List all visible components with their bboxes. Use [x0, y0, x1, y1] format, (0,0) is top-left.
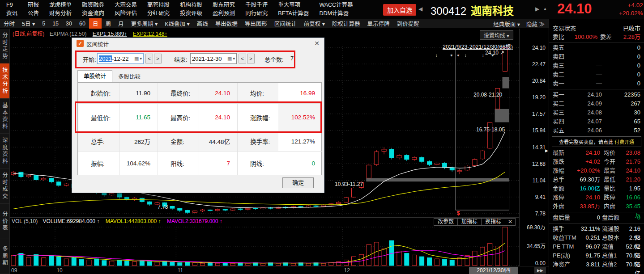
- sidebar-tab[interactable]: 分时成交: [0, 169, 9, 204]
- indicator-button[interactable]: 加指标: [458, 219, 482, 225]
- menu-item[interactable]: 投资评级: [180, 10, 202, 17]
- calendar-icon[interactable]: ▦: [227, 56, 232, 62]
- end-next-button[interactable]: >: [247, 54, 255, 63]
- start-date-input[interactable]: 2021-12-22 ▦ ▾: [97, 53, 144, 64]
- menu-item[interactable]: 资金流向: [82, 10, 104, 17]
- menu-item[interactable]: 大宗交易: [115, 1, 137, 8]
- panel-expander-icon[interactable]: ▶: [545, 148, 548, 153]
- menu-item[interactable]: 机构持股: [180, 1, 202, 8]
- toolbar-item[interactable]: 60: [76, 20, 89, 28]
- sidebar-tab[interactable]: 分价表: [0, 204, 9, 239]
- close-icon[interactable]: ✕: [314, 40, 320, 47]
- stat-value: 70.56亿: [624, 260, 640, 274]
- menu-item[interactable]: F9: [6, 1, 17, 8]
- pay-unlock-link[interactable]: 付费开通: [614, 139, 634, 145]
- stats-table: 起始价:11.90最终价:24.10均价:16.99最低价:11.65最高价:2…: [77, 82, 322, 175]
- chevron-down-icon[interactable]: ▾: [233, 56, 235, 61]
- menu-item[interactable]: 研报: [28, 1, 39, 8]
- add-watchlist-button[interactable]: 加入自选: [383, 4, 416, 16]
- stats-cell: 换手率:: [237, 131, 278, 151]
- menu-item[interactable]: 千股千评: [245, 1, 268, 8]
- toolbar-item[interactable]: 区间统计: [271, 18, 300, 29]
- menu-item[interactable]: DDM计算器: [319, 10, 353, 17]
- menu-item[interactable]: 资讯: [6, 10, 17, 17]
- dialog-title: 区间统计: [86, 40, 109, 48]
- menu-item[interactable]: 盈利预测: [213, 10, 235, 17]
- menu-item[interactable]: 风险评估: [115, 10, 137, 17]
- menu-column: 龙虎榜单 财务分析: [49, 1, 72, 17]
- indicator-button[interactable]: ✕: [505, 219, 515, 225]
- toolbar-item[interactable]: 显示停牌: [364, 18, 393, 29]
- toolbar-item[interactable]: 更多周期 ▾: [127, 18, 161, 29]
- menu-item[interactable]: 公告: [28, 10, 39, 17]
- volume-tick: 69.30万: [520, 223, 546, 231]
- sidebar-tab[interactable]: 分时走势: [0, 29, 9, 63]
- menu-item[interactable]: 同行研究: [245, 10, 268, 17]
- menu-item[interactable]: 股东研究: [213, 1, 235, 8]
- buy-level: 买二: [553, 99, 570, 108]
- stat-label: 量比: [600, 184, 621, 193]
- toolbar-item[interactable]: 导出图形: [241, 18, 271, 29]
- ok-button[interactable]: 确定: [282, 177, 314, 188]
- chevron-down-icon[interactable]: ▾: [140, 56, 142, 61]
- toolbar-item[interactable]: 5日 ▾: [18, 18, 38, 29]
- menu-item[interactable]: 龙虎榜单: [49, 1, 72, 8]
- price-tick: 22.47: [520, 61, 546, 67]
- toolbar-item[interactable]: 分时: [0, 18, 18, 29]
- sidebar-tab[interactable]: 技术分析: [0, 63, 9, 98]
- toolbar-item[interactable]: 画线: [193, 18, 212, 29]
- calendar-icon[interactable]: ▦: [134, 56, 139, 62]
- dialog-titlebar[interactable]: ✓ 区间统计 ✕: [72, 38, 324, 49]
- stock-name: 迦南科技: [471, 2, 514, 18]
- volume-pane[interactable]: VOL (5,10) VOLUME:692984.000 ↑ MAVOL1:44…: [10, 217, 519, 266]
- toolbar-item[interactable]: 月: [115, 18, 128, 29]
- current-date-box: 2021/12/30/四: [469, 267, 518, 274]
- vol-name: VOL (5,10): [12, 218, 38, 224]
- page-up-icon[interactable]: ▲: [543, 6, 547, 11]
- sidebar-tab[interactable]: 基本资料: [0, 99, 9, 134]
- toolbar-item[interactable]: K线叠加 ▾: [161, 18, 193, 29]
- scroll-forward-button[interactable]: ▶▶: [534, 267, 546, 274]
- hide-button[interactable]: 隐藏 ≫: [526, 20, 545, 28]
- toolbar-item[interactable]: 5: [38, 20, 49, 28]
- toolbar-item[interactable]: 前复权 ▾: [300, 18, 328, 29]
- indicator-button[interactable]: 改参数: [434, 219, 458, 225]
- volume-canvas[interactable]: [10, 226, 519, 266]
- price-tick: 12.68: [520, 161, 546, 167]
- menu-item[interactable]: BETA计算器: [278, 10, 309, 17]
- start-next-button[interactable]: >: [154, 54, 162, 63]
- menu-item[interactable]: 分红研究: [147, 10, 170, 17]
- indicator-button[interactable]: 换指标: [482, 219, 505, 225]
- toolbar-item[interactable]: 日: [89, 18, 102, 29]
- stat-label: 最新: [553, 148, 572, 157]
- quote-stats: 最新 24.10 均价 23.08 涨跌 +4.02 今开 21.75 涨幅 +…: [553, 148, 640, 211]
- prev-stock-icon[interactable]: ◀: [418, 6, 422, 12]
- ma-settings-button[interactable]: 设置均线 ▾: [480, 30, 513, 40]
- end-prev-button[interactable]: <: [239, 54, 246, 63]
- menu-item[interactable]: 重大事项: [278, 1, 309, 8]
- stats-cell: 24.10: [199, 103, 237, 131]
- toolbar-item[interactable]: 周: [102, 18, 115, 29]
- classic-layout-button[interactable]: 经典版面 ▾: [493, 20, 520, 28]
- start-prev-button[interactable]: <: [145, 54, 153, 63]
- stat-value: 24.10: [572, 148, 600, 157]
- sidebar-tab[interactable]: 多周期: [0, 239, 9, 274]
- toolbar-item[interactable]: 30: [62, 20, 76, 28]
- toolbar-item[interactable]: 导出数据: [212, 18, 241, 29]
- toolbar-item[interactable]: 除权计算器: [328, 18, 364, 29]
- full-orderbook-banner[interactable]: 查看完整买卖盘，请点此 付费开通: [552, 136, 641, 147]
- stats-cell: 最高价:: [158, 103, 199, 131]
- toolbar-item[interactable]: 15: [49, 20, 62, 28]
- sell-qty: 0: [602, 70, 640, 79]
- dialog-tab[interactable]: 多股比较: [112, 72, 146, 82]
- sell-level: 卖三: [553, 61, 570, 70]
- menu-item[interactable]: 财务分析: [49, 10, 72, 17]
- menu-item[interactable]: 融资融券: [82, 1, 104, 8]
- next-stock-icon[interactable]: ▶: [535, 6, 539, 12]
- end-date-input[interactable]: 2021-12-30 ▦ ▾: [190, 53, 237, 64]
- toolbar-item[interactable]: 到价提醒: [393, 18, 423, 29]
- menu-item[interactable]: 高管持股: [147, 1, 170, 8]
- menu-item[interactable]: WACC计算器: [319, 1, 353, 8]
- sidebar-tab[interactable]: 深度资料: [0, 134, 9, 169]
- dialog-tab[interactable]: 单股统计: [77, 70, 112, 82]
